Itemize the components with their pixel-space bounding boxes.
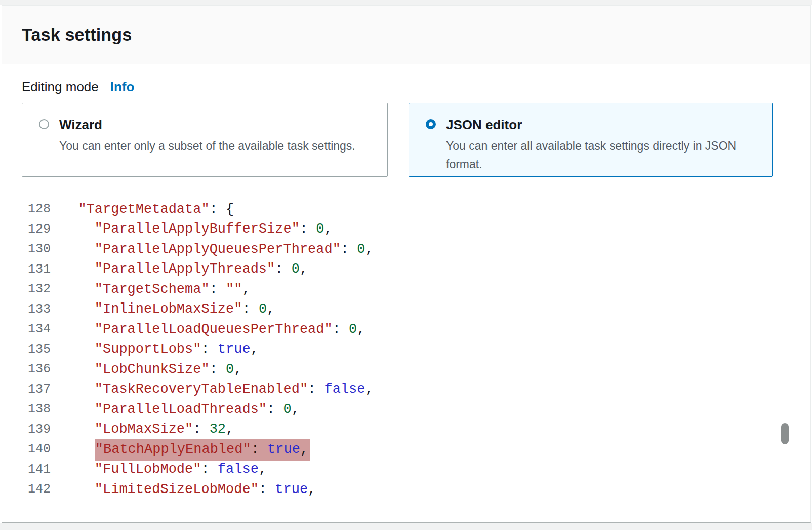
code-line: 134 "ParallelLoadQueuesPerThread": 0, [2, 319, 782, 339]
json-editor-radio-icon[interactable] [426, 119, 436, 129]
code-line-content: "ParallelApplyBufferSize": 0, [51, 221, 333, 237]
info-link[interactable]: Info [110, 79, 135, 95]
code-line: 132 "TargetSchema": "", [2, 279, 782, 299]
wizard-tile-description: You can enter only a subset of the avail… [59, 137, 355, 155]
line-number: 134 [2, 322, 51, 336]
line-number: 139 [2, 422, 51, 437]
line-number: 137 [2, 382, 51, 397]
line-number: 132 [2, 282, 51, 296]
panel-content: Editing mode Info Wizard You can enter o… [2, 64, 810, 522]
code-line: 136 "LobChunkSize": 0, [2, 359, 782, 380]
code-line: 131 "ParallelApplyThreads": 0, [2, 259, 782, 280]
json-editor-tile-text: JSON editor You can enter all available … [446, 116, 762, 173]
wizard-tile-text: Wizard You can enter only a subset of th… [59, 116, 355, 155]
code-line-content: "FullLobMode": false, [51, 462, 267, 477]
code-line: 137 "TaskRecoveryTableEnabled": false, [2, 380, 782, 400]
wizard-tile-label: Wizard [59, 116, 355, 133]
code-line: 128 "TargetMetadata": { [2, 199, 782, 219]
line-number: 138 [2, 402, 51, 417]
panel-header: Task settings [2, 6, 810, 64]
editing-mode-row: Editing mode Info [22, 79, 134, 95]
line-number: 142 [2, 482, 51, 497]
task-settings-panel: Task settings Editing mode Info Wizard Y… [2, 5, 811, 523]
wizard-tile[interactable]: Wizard You can enter only a subset of th… [22, 103, 388, 177]
wizard-radio-icon[interactable] [39, 119, 49, 129]
code-line-content: "LimitedSizeLobMode": true, [51, 482, 316, 497]
code-line: 141 "FullLobMode": false, [2, 460, 782, 480]
code-line: 135 "SupportLobs": true, [2, 339, 782, 360]
json-code-editor[interactable]: 128 "TargetMetadata": {129 "ParallelAppl… [2, 199, 782, 500]
code-line-content: "ParallelApplyThreads": 0, [51, 261, 308, 277]
code-line: 140 "BatchApplyEnabled": true, [2, 439, 782, 460]
code-line-content: "ParallelLoadThreads": 0, [51, 402, 300, 417]
vertical-scrollbar-thumb[interactable] [781, 423, 789, 444]
line-number: 141 [2, 462, 51, 477]
line-number: 128 [2, 202, 51, 216]
code-line-content: "TargetMetadata": { [51, 202, 234, 217]
code-line: 142 "LimitedSizeLobMode": true, [2, 479, 782, 500]
code-line: 130 "ParallelApplyQueuesPerThread": 0, [2, 239, 782, 259]
code-lines: 128 "TargetMetadata": {129 "ParallelAppl… [2, 199, 782, 500]
code-line: 138 "ParallelLoadThreads": 0, [2, 399, 782, 420]
editing-mode-label: Editing mode [22, 79, 99, 95]
code-line-content: "ParallelLoadQueuesPerThread": 0, [51, 322, 366, 337]
line-number: 131 [2, 262, 51, 277]
code-line: 139 "LobMaxSize": 32, [2, 420, 782, 440]
code-line: 129 "ParallelApplyBufferSize": 0, [2, 219, 782, 240]
line-number: 140 [2, 442, 51, 457]
editing-mode-tiles: Wizard You can enter only a subset of th… [22, 103, 773, 177]
highlighted-code: "BatchApplyEnabled": true, [95, 439, 310, 461]
page-title: Task settings [22, 25, 810, 45]
line-number: 129 [2, 222, 51, 237]
line-number: 133 [2, 302, 51, 317]
page-background-top [0, 0, 812, 5]
line-number: 130 [2, 242, 51, 256]
code-line-content: "LobMaxSize": 32, [51, 422, 234, 437]
code-line-content: "TargetSchema": "", [51, 282, 251, 297]
line-number: 135 [2, 342, 51, 357]
code-line: 133 "InlineLobMaxSize": 0, [2, 299, 782, 320]
code-line-content: "InlineLobMaxSize": 0, [51, 301, 275, 317]
json-editor-tile-label: JSON editor [446, 116, 762, 133]
json-editor-tile-description: You can enter all available task setting… [446, 137, 762, 173]
code-line-content: "BatchApplyEnabled": true, [51, 442, 310, 457]
line-number: 136 [2, 362, 51, 376]
code-line-content: "SupportLobs": true, [51, 342, 259, 357]
code-line-content: "LobChunkSize": 0, [51, 362, 242, 377]
code-line-content: "TaskRecoveryTableEnabled": false, [51, 382, 374, 397]
page-background-bottom [0, 523, 812, 530]
code-line-content: "ParallelApplyQueuesPerThread": 0, [51, 242, 374, 257]
json-editor-tile[interactable]: JSON editor You can enter all available … [409, 103, 773, 177]
